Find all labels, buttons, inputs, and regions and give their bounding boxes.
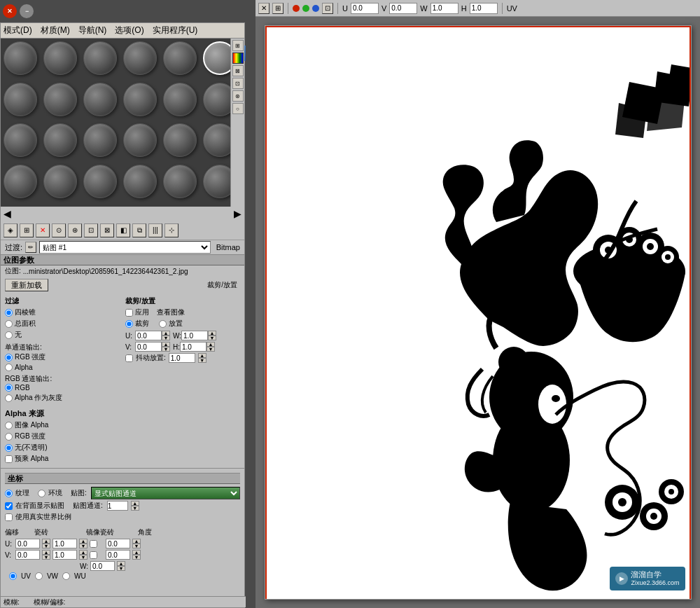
sticker-dropdown[interactable]: 显式贴图通道 (91, 487, 240, 499)
close-viewport-btn[interactable]: ✕ (258, 3, 270, 14)
sphere-17[interactable] (163, 123, 197, 157)
menu-utilities[interactable]: 实用程序(U) (153, 25, 198, 36)
uv-radio[interactable] (9, 572, 17, 580)
strip-btn-5[interactable]: ⊛ (232, 90, 244, 102)
menu-mode[interactable]: 模式(D) (4, 25, 32, 36)
w-angle-down[interactable]: ▼ (117, 566, 125, 571)
w-input[interactable] (181, 331, 208, 340)
map-channel-input[interactable] (107, 501, 128, 511)
prev-sphere-btn[interactable]: ◀ (4, 208, 11, 219)
menu-options[interactable]: 选项(O) (115, 25, 144, 36)
alpha-none[interactable] (5, 444, 13, 452)
crop-radio[interactable] (125, 320, 133, 328)
w-v-up[interactable]: ▲ (132, 550, 141, 555)
strip-btn-1[interactable]: ⊞ (232, 40, 244, 51)
tool-param[interactable]: ⊹ (164, 223, 178, 237)
stochastic-checkbox[interactable] (125, 354, 133, 362)
sphere-2[interactable] (43, 41, 77, 75)
w-angle-input[interactable] (90, 561, 115, 571)
vw-radio[interactable] (35, 572, 43, 580)
sphere-19[interactable] (4, 165, 37, 198)
h-up[interactable]: ▲ (206, 342, 215, 347)
sphere-8[interactable] (43, 83, 77, 116)
slot-select[interactable]: 贴图 #1 (39, 241, 211, 254)
menu-navigate[interactable]: 导航(N) (78, 25, 107, 36)
offset-u-up[interactable]: ▲ (42, 539, 50, 544)
w-up[interactable]: ▲ (208, 331, 216, 336)
real-world-checkbox[interactable] (5, 513, 13, 521)
u-up[interactable]: ▲ (162, 331, 170, 336)
alpha-image[interactable] (5, 422, 13, 429)
offset-v-up[interactable]: ▲ (42, 550, 50, 555)
strip-btn-2[interactable] (232, 53, 244, 64)
sphere-22[interactable] (123, 165, 157, 198)
angle-u-input[interactable] (106, 539, 130, 548)
stoch-up[interactable]: ▲ (198, 353, 206, 358)
tool-camera[interactable]: ⧉ (132, 223, 146, 237)
strip-btn-3[interactable]: ⊠ (232, 65, 244, 76)
u-input[interactable] (135, 331, 162, 340)
alpha-rgb[interactable] (5, 433, 13, 441)
sphere-5[interactable] (163, 41, 197, 75)
vp-v-input[interactable] (389, 3, 417, 14)
v-down[interactable]: ▼ (162, 347, 170, 352)
sphere-14[interactable] (43, 123, 77, 157)
next-sphere-btn[interactable]: ▶ (234, 208, 241, 219)
tile-u-up[interactable]: ▲ (79, 539, 88, 544)
map-ch-up[interactable]: ▲ (131, 501, 139, 506)
w-down[interactable]: ▼ (208, 336, 216, 340)
minimize-button[interactable]: － (20, 4, 34, 18)
sphere-15[interactable] (83, 123, 117, 157)
menu-material[interactable]: 材质(M) (41, 25, 70, 36)
offset-v-input[interactable] (15, 550, 40, 560)
sphere-11[interactable] (163, 83, 197, 116)
vp-u-input[interactable] (351, 3, 379, 14)
tile-v-input[interactable] (52, 550, 77, 560)
sphere-10[interactable] (123, 83, 157, 116)
apply-checkbox[interactable] (125, 309, 133, 317)
stoch-down[interactable]: ▼ (198, 358, 206, 363)
texture-radio[interactable] (5, 490, 13, 497)
vp-h-input[interactable] (470, 3, 498, 14)
v-up[interactable]: ▲ (162, 342, 170, 347)
sphere-16[interactable] (123, 123, 157, 157)
angle-u-up[interactable]: ▲ (132, 539, 141, 544)
tool-copy[interactable]: ⊙ (52, 223, 66, 237)
w-angle-up[interactable]: ▲ (117, 561, 125, 566)
sphere-7[interactable] (4, 83, 37, 116)
strip-btn-4[interactable]: ⊡ (232, 78, 244, 89)
show-in-back-checkbox[interactable] (5, 502, 13, 510)
h-input[interactable] (180, 342, 206, 352)
sphere-4[interactable] (123, 41, 157, 75)
stochastic-input[interactable] (169, 353, 195, 363)
sphere-21[interactable] (83, 165, 117, 198)
tile-u-input[interactable] (52, 539, 77, 548)
angle-u-down[interactable]: ▼ (132, 544, 141, 548)
expand-viewport-btn[interactable]: ⊞ (272, 3, 284, 14)
tool-reset[interactable]: ✕ (36, 223, 50, 237)
filter-radio-pyramid[interactable] (5, 309, 13, 317)
mirror-v-checkbox[interactable] (90, 551, 97, 559)
sphere-3[interactable] (83, 41, 117, 75)
premult-checkbox[interactable] (5, 455, 13, 463)
tile-v-up[interactable]: ▲ (79, 550, 88, 555)
wu-radio[interactable] (62, 572, 70, 580)
filter-radio-none[interactable] (5, 331, 13, 339)
vp-w-input[interactable] (430, 3, 458, 14)
filter-radio-area[interactable] (5, 320, 13, 328)
w-v-input[interactable] (106, 550, 130, 560)
offset-v-down[interactable]: ▼ (42, 555, 50, 560)
reload-button[interactable]: 重新加载 (5, 279, 48, 291)
mode-btn[interactable]: ⊡ (322, 3, 333, 14)
tool-options[interactable]: ⊡ (84, 223, 98, 237)
map-ch-down[interactable]: ▼ (131, 506, 139, 511)
tool-put[interactable]: ⊞ (20, 223, 34, 237)
single-ch-alpha[interactable] (5, 364, 13, 371)
tool-pick[interactable]: ◈ (4, 223, 18, 237)
w-v-down[interactable]: ▼ (132, 555, 141, 560)
offset-u-down[interactable]: ▼ (42, 544, 50, 548)
sphere-1[interactable] (4, 41, 37, 75)
tool-show-map[interactable]: ◧ (116, 223, 130, 237)
single-ch-rgb[interactable] (5, 354, 13, 361)
tile-v-down[interactable]: ▼ (79, 555, 88, 560)
